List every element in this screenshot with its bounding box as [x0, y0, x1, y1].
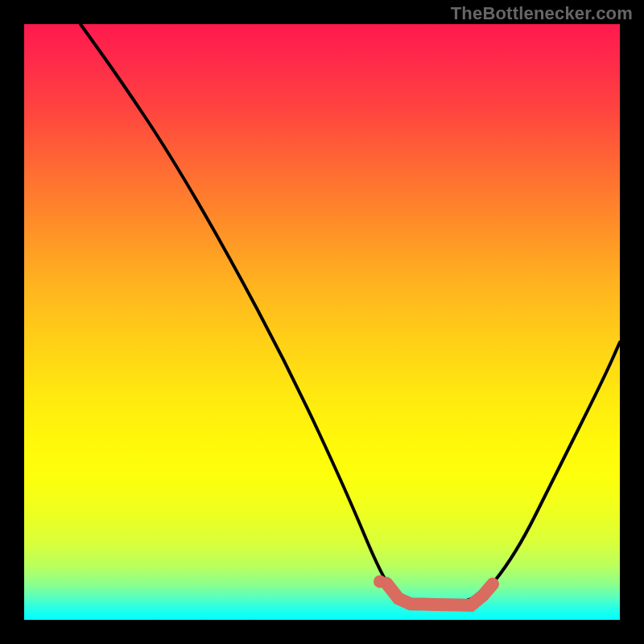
bottleneck-curve	[80, 24, 620, 605]
curve-layer	[24, 24, 620, 620]
optimal-range-marker	[386, 583, 493, 605]
branding-text: TheBottlenecker.com	[451, 3, 633, 24]
chart-stage: TheBottlenecker.com	[0, 0, 644, 644]
plot-area	[24, 24, 620, 620]
optimal-point-dot	[374, 575, 386, 588]
